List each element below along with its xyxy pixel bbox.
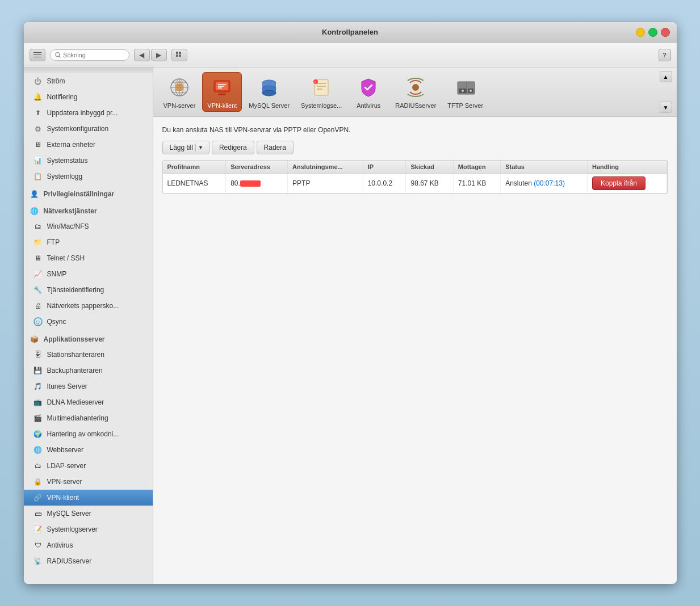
- col-handling: Handling: [588, 161, 667, 174]
- media-icon: 🎬: [33, 413, 43, 423]
- sidebar-label-strom: Ström: [47, 77, 65, 85]
- network-section-icon: 🌐: [30, 206, 40, 216]
- sidebar-item-backuphanteraren[interactable]: 💾 Backuphanteraren: [24, 363, 153, 378]
- sidebar-item-uppdatera[interactable]: ⬆ Uppdatera inbyggd pr...: [24, 105, 153, 121]
- toolbar-item-systemlogse[interactable]: ! Systemlogse...: [296, 73, 346, 111]
- cell-mottagen: 71.01 KB: [453, 174, 500, 193]
- sidebar-item-ldap-server[interactable]: 🗂 LDAP-server: [24, 458, 153, 474]
- svg-rect-4: [176, 54, 178, 57]
- sidebar-label-dlna-medieserver: DLNA Medieserver: [47, 398, 104, 406]
- sidebar-item-notifiering[interactable]: 🔔 Notifiering: [24, 89, 153, 105]
- table-body: LEDNETNAS 80.●●●●●● PPTP 10.0.0.2 98.67 …: [163, 174, 667, 193]
- sidebar-label-ftp: FTP: [47, 238, 60, 246]
- sidebar-item-vpn-server[interactable]: 🔒 VPN-server: [24, 474, 153, 490]
- vpn-client-toolbar-icon: [209, 75, 234, 100]
- sidebar-label-antivirus: Antivirus: [47, 541, 73, 549]
- sidebar-item-tjansteidentifiering[interactable]: 🔧 Tjänsteidentifiering: [24, 282, 153, 298]
- grid-view-button[interactable]: [171, 49, 187, 61]
- help-button[interactable]: ?: [659, 49, 671, 61]
- disconnect-button[interactable]: Koppla ifrån: [592, 176, 645, 190]
- sidebar-item-systemlogg[interactable]: 📋 Systemlogg: [24, 169, 153, 184]
- update-icon: ⬆: [33, 108, 43, 118]
- sidebar-label-tjansteidentifiering: Tjänsteidentifiering: [47, 286, 104, 294]
- sidebar-item-stationshanteraren[interactable]: 🗄 Stationshanteraren: [24, 347, 153, 363]
- sidebar: ⏻ Ström 🔔 Notifiering ⬆ Uppdatera inbygg…: [24, 68, 153, 584]
- vpnclient-icon: 🔗: [33, 493, 43, 503]
- antivirus-toolbar-icon: [356, 75, 381, 100]
- sidebar-item-antivirus[interactable]: 🛡 Antivirus: [24, 537, 153, 553]
- sidebar-label-radiusserver: RADIUSserver: [47, 557, 92, 565]
- icon-toolbar-scroll-down[interactable]: ▼: [660, 102, 672, 113]
- sidebar-item-radiusserver[interactable]: 📡 RADIUSserver: [24, 553, 153, 569]
- toolbar-item-vpn-server[interactable]: VPN-server: [159, 73, 200, 111]
- sidebar-label-natverkstjanster: Nätverkstjänster: [44, 207, 97, 215]
- toolbar: ◀ ▶ ?: [24, 43, 677, 68]
- toolbar-item-radiusserver[interactable]: RADIUSserver: [391, 73, 441, 111]
- sidebar-item-mysql-server[interactable]: 🗃 MySQL Server: [24, 506, 153, 521]
- window-title: Kontrollpanelen: [322, 28, 378, 36]
- sidebar-item-multimediahantering[interactable]: 🎬 Multimediahantering: [24, 410, 153, 426]
- sidebar-item-strom[interactable]: ⏻ Ström: [24, 73, 153, 89]
- toolbar-item-antivirus[interactable]: Antivirus: [349, 73, 388, 111]
- cell-skickad: 98.67 KB: [406, 174, 453, 193]
- col-mottagen: Mottagen: [453, 161, 500, 174]
- toolbar-item-vpn-klient[interactable]: VPN-klient: [202, 72, 242, 112]
- sidebar-toggle-button[interactable]: [30, 49, 45, 61]
- radius-toolbar-icon: [403, 75, 428, 100]
- svg-line-1: [59, 56, 61, 57]
- table-row: LEDNETNAS 80.●●●●●● PPTP 10.0.0.2 98.67 …: [163, 174, 667, 193]
- sidebar-label-qsync: Qsync: [47, 318, 66, 326]
- sidebar-item-webbserver[interactable]: 🌐 Webbserver: [24, 442, 153, 458]
- add-dropdown-arrow[interactable]: ▼: [195, 144, 206, 152]
- maximize-button[interactable]: [648, 28, 657, 37]
- ftp-icon: 📁: [33, 237, 43, 247]
- sidebar-item-externa-enheter[interactable]: 🖥 Externa enheter: [24, 137, 153, 153]
- forward-button[interactable]: ▶: [151, 49, 167, 61]
- svg-text:Q: Q: [36, 319, 40, 325]
- syslog-toolbar-icon: !: [309, 75, 334, 100]
- action-bar: Lägg till ▼ Redigera Radera: [162, 141, 668, 154]
- log-icon: 📋: [33, 171, 43, 182]
- delete-button[interactable]: Radera: [257, 141, 294, 154]
- sidebar-item-vpn-klient[interactable]: 🔗 VPN-klient: [24, 490, 153, 506]
- sidebar-item-systemkonfiguration[interactable]: ⚙ Systemkonfiguration: [24, 121, 153, 137]
- add-button[interactable]: Lägg till ▼: [162, 141, 209, 154]
- svg-rect-5: [179, 54, 181, 57]
- toolbar-item-tftp-server[interactable]: TFTP Server: [443, 73, 488, 111]
- sidebar-item-winmacnfs[interactable]: 🗂 Win/Mac/NFS: [24, 218, 153, 234]
- svg-point-37: [470, 90, 472, 92]
- qsync-icon: Q: [33, 317, 43, 327]
- sidebar-item-ftp[interactable]: 📁 FTP: [24, 234, 153, 250]
- sidebar-label-mysql-server: MySQL Server: [47, 510, 91, 517]
- cell-serveradress: 80.●●●●●●: [226, 174, 288, 193]
- cell-ip: 10.0.0.2: [363, 174, 406, 193]
- sidebar-item-itunes-server[interactable]: 🎵 Itunes Server: [24, 378, 153, 394]
- toolbar-item-mysql-server[interactable]: MySQL Server: [244, 73, 294, 111]
- right-panel: ▲: [153, 68, 677, 584]
- sidebar-item-snmp[interactable]: 📈 SNMP: [24, 266, 153, 282]
- sidebar-item-systemstatus[interactable]: 📊 Systemstatus: [24, 153, 153, 169]
- minimize-button[interactable]: [636, 28, 645, 37]
- svg-point-0: [55, 52, 59, 56]
- sidebar-item-qsync[interactable]: Q Qsync: [24, 314, 153, 330]
- back-button[interactable]: ◀: [134, 49, 150, 61]
- cell-profilnamn: LEDNETNAS: [163, 174, 226, 193]
- printer-icon: 🖨: [33, 301, 43, 311]
- col-anslutningsmetod: Anslutningsme...: [288, 161, 363, 174]
- col-profilnamn: Profilnamn: [163, 161, 226, 174]
- sidebar-item-systemlogserver[interactable]: 📝 Systemlogserver: [24, 521, 153, 537]
- close-button[interactable]: [661, 28, 670, 37]
- sidebar-label-ldap-server: LDAP-server: [47, 462, 86, 470]
- col-status: Status: [501, 161, 588, 174]
- vpn-connections-table: Profilnamn Serveradress Anslutningsme...…: [163, 161, 667, 193]
- sidebar-item-dlna-medieserver[interactable]: 📺 DLNA Medieserver: [24, 394, 153, 410]
- snmp-icon: 📈: [33, 269, 43, 279]
- sidebar-item-hantering-av-omkodni[interactable]: 🌍 Hantering av omkodni...: [24, 426, 153, 442]
- edit-button[interactable]: Redigera: [212, 141, 254, 154]
- search-input[interactable]: [63, 52, 124, 58]
- syslog-icon: 📝: [33, 524, 43, 535]
- sidebar-label-itunes-server: Itunes Server: [47, 382, 87, 390]
- icon-toolbar-scroll-up[interactable]: ▲: [660, 71, 672, 82]
- sidebar-item-telnet-ssh[interactable]: 🖥 Telnet / SSH: [24, 250, 153, 266]
- sidebar-item-pappersko[interactable]: 🖨 Nätverkets pappersko...: [24, 298, 153, 314]
